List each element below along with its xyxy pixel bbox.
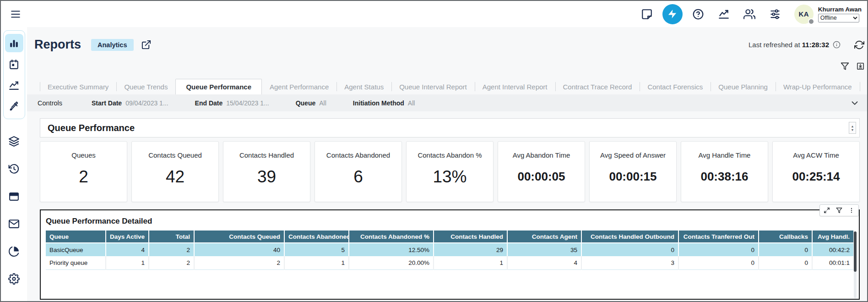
pie-chart-icon: [8, 246, 20, 257]
report-content: Queue Performance ▲▼ Queues2Contacts Que…: [27, 111, 867, 301]
tab-agent-interval-report[interactable]: Agent Interval Report: [475, 79, 555, 94]
widget-filter-button[interactable]: [836, 207, 842, 214]
column-header-queue[interactable]: Queue: [46, 231, 106, 243]
kpi-label: Avg ACW Time: [793, 151, 839, 159]
kpi-value: 00:00:15: [609, 159, 656, 202]
column-header-contacts-handled[interactable]: Contacts Handled: [434, 231, 507, 243]
control-end-date[interactable]: End Date15/04/2023 1...: [195, 99, 269, 107]
cell: 35: [507, 243, 581, 256]
tab-executive-summary[interactable]: Executive Summary: [40, 79, 116, 94]
queue-performance-detailed-widget: Queue Performance Detailed QueueDays Act…: [40, 209, 860, 300]
refresh-icon: [854, 40, 864, 50]
design-icon: [8, 101, 20, 112]
column-header-days-active[interactable]: Days Active: [106, 231, 149, 243]
kpi-value: 13%: [433, 159, 467, 202]
column-header-avg-handl[interactable]: Avg Handl.: [812, 231, 853, 243]
last-refreshed-label: Last refreshed at: [749, 41, 800, 49]
sidebar-item-window[interactable]: [5, 187, 23, 205]
control-field-value: 09/04/2023 1...: [125, 99, 168, 107]
tab-queue-trends[interactable]: Queue Trends: [116, 79, 175, 94]
control-field-label: Start Date: [92, 99, 122, 107]
mail-icon: [8, 218, 20, 230]
sidebar-item-settings[interactable]: [5, 269, 23, 288]
column-header-contacts-abandoned[interactable]: Contacts Abandoned: [284, 231, 349, 243]
kpi-value: 00:38:16: [700, 159, 748, 202]
cell: 3: [581, 256, 678, 269]
cell: 00:42:2: [812, 243, 853, 256]
refresh-button[interactable]: [854, 40, 864, 50]
table-wrap: QueueDays ActiveTotalContacts QueuedCont…: [46, 231, 853, 270]
tab-queue-performance[interactable]: Queue Performance: [175, 79, 262, 94]
tab-contact-forensics[interactable]: Contact Forensics: [640, 79, 711, 94]
expand-icon: [824, 207, 830, 214]
column-header-contacts-tranferred-out[interactable]: Contacts Tranferred Out: [678, 231, 759, 243]
sidebar-group: [3, 30, 25, 119]
control-initiation-method[interactable]: Initiation MethodAll: [353, 99, 415, 107]
sidebar-item-design[interactable]: [5, 97, 23, 115]
table-row-basicqueue[interactable]: BasicQueue4240512.50%293500000:42:2: [46, 243, 853, 256]
download-button[interactable]: [856, 62, 865, 71]
cell: 0: [678, 243, 759, 256]
kpi-label: Contacts Abandoned: [326, 151, 390, 159]
analytics-badge: Analytics: [91, 39, 133, 51]
tab-agent-status[interactable]: Agent Status: [336, 79, 391, 94]
status-select[interactable]: Offline: [818, 14, 859, 22]
scrollbar-thumb[interactable]: [854, 231, 857, 272]
cell: 0: [581, 243, 678, 256]
sidebar-item-calendar[interactable]: [5, 55, 23, 73]
tab-contract-trace-record[interactable]: Contract Trace Record: [555, 79, 640, 94]
avatar[interactable]: KA: [794, 5, 814, 24]
cell: 1: [434, 256, 507, 269]
sidebar-item-bar-chart[interactable]: [5, 34, 23, 52]
kpi-queues: Queues2: [40, 141, 127, 202]
kpi-avg-abandon-time: Avg Abandon Time00:00:05: [498, 141, 585, 202]
column-header-contacts-queued[interactable]: Contacts Queued: [194, 231, 284, 243]
chevron-down-icon[interactable]: [850, 98, 860, 108]
table-scrollbar[interactable]: [854, 231, 857, 298]
column-header-callbacks[interactable]: Callbacks: [759, 231, 812, 243]
column-header-contacts-agent[interactable]: Contacts Agent: [507, 231, 581, 243]
queue-performance-table: QueueDays ActiveTotalContacts QueuedCont…: [46, 231, 853, 270]
sidebar-item-history[interactable]: [5, 159, 23, 178]
sidebar-item-trend[interactable]: [5, 76, 23, 94]
sidebar-item-layers[interactable]: [5, 132, 23, 150]
tab-queue-planning[interactable]: Queue Planning: [711, 79, 776, 94]
section-scroll-control[interactable]: ▲▼: [849, 122, 856, 134]
tab-queue-interval-report[interactable]: Queue Interval Report: [391, 79, 475, 94]
last-refreshed-time: 11:28:32: [802, 41, 829, 49]
widget-menu-button[interactable]: [848, 207, 855, 214]
tab-agent-performance[interactable]: Agent Performance: [262, 79, 336, 94]
control-queue[interactable]: QueueAll: [296, 99, 326, 107]
users-button[interactable]: [737, 4, 762, 25]
cell: 20.00%: [349, 256, 434, 269]
column-header-total[interactable]: Total: [149, 231, 194, 243]
kpi-value: 2: [79, 159, 88, 202]
sliders-button[interactable]: [762, 4, 788, 25]
user-block: Khurram Awan Offline: [818, 6, 863, 22]
lightning-button[interactable]: [662, 4, 683, 24]
kebab-icon: [848, 207, 855, 214]
expand-button[interactable]: [824, 207, 830, 214]
kpi-value: 00:00:05: [517, 159, 565, 202]
hamburger-menu-button[interactable]: [8, 6, 23, 22]
notes-button[interactable]: [634, 4, 660, 25]
users-icon: [743, 8, 755, 20]
trend-icon: [8, 80, 20, 91]
tab-wrap-up-performance[interactable]: Wrap-Up Performance: [776, 79, 860, 94]
control-start-date[interactable]: Start Date09/04/2023 1...: [92, 99, 168, 107]
column-header-contacts-abandoned[interactable]: Contacts Abandoned %: [349, 231, 434, 243]
help-icon: [692, 8, 704, 20]
sidebar-item-mail[interactable]: [5, 214, 23, 233]
line-chart-button[interactable]: [711, 4, 737, 25]
table-row-priority-queue[interactable]: Priority queue122120.00%1430000:01:1: [46, 256, 853, 269]
help-button[interactable]: [685, 4, 711, 25]
history-icon: [8, 163, 20, 175]
sidebar-item-pie-chart[interactable]: [5, 242, 23, 260]
cell: 2: [149, 243, 194, 256]
external-link-icon[interactable]: [141, 39, 152, 50]
filter-button[interactable]: [841, 62, 849, 71]
topbar-actions: KA Khurram Awan Offline: [634, 4, 863, 25]
bar-chart-icon: [8, 38, 20, 49]
info-button[interactable]: [833, 41, 841, 49]
column-header-contacts-handled-outbound[interactable]: Contacts Handled Outbound: [581, 231, 678, 243]
